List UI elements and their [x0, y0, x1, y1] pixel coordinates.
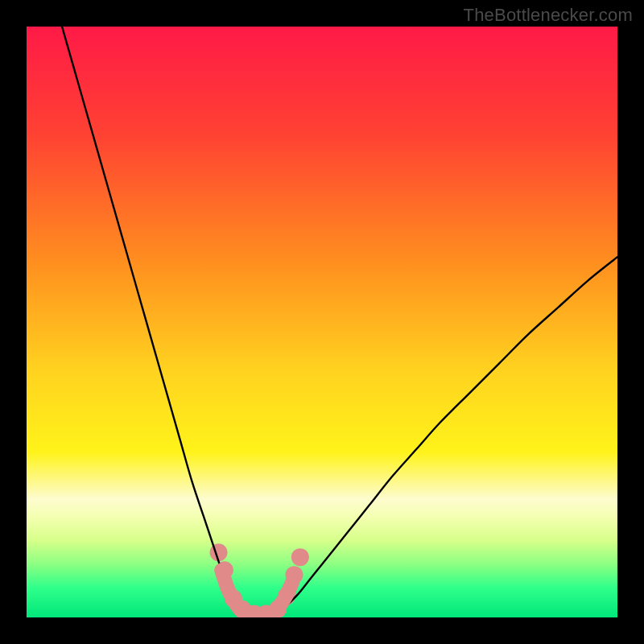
valley-marker: [291, 548, 309, 566]
curve-layer: [27, 27, 617, 617]
watermark-text: TheBottlenecker.com: [464, 5, 633, 26]
outer-frame: TheBottlenecker.com: [0, 0, 644, 644]
plot-area: [27, 27, 617, 617]
valley-floor-path: [221, 570, 292, 616]
right-curve-path: [281, 257, 617, 611]
left-curve-path: [62, 27, 246, 612]
